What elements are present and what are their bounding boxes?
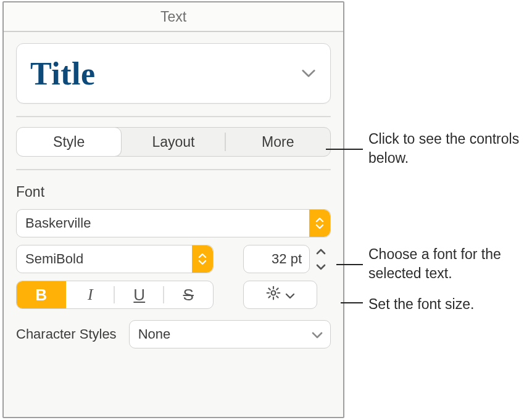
paragraph-style-picker[interactable]: Title xyxy=(16,43,331,104)
strike-glyph: S xyxy=(183,286,194,305)
stepper-up-button[interactable] xyxy=(312,245,330,258)
character-styles-value: None xyxy=(138,326,171,342)
gear-icon xyxy=(265,285,281,305)
font-weight-select[interactable]: SemiBold xyxy=(16,245,214,273)
stepper-down-button[interactable] xyxy=(312,260,330,273)
tab-label: Style xyxy=(53,134,85,150)
callout-font-family: Choose a font for the selected text. xyxy=(368,245,529,283)
callout-font-size: Set the font size. xyxy=(368,295,529,314)
bold-glyph: B xyxy=(35,286,47,305)
italic-button[interactable]: I xyxy=(66,281,115,308)
font-size-value: 32 pt xyxy=(272,251,302,267)
italic-glyph: I xyxy=(88,286,93,304)
tab-label: Layout xyxy=(152,134,194,150)
advanced-options-button[interactable] xyxy=(243,281,317,309)
strikethrough-button[interactable]: S xyxy=(164,281,214,308)
svg-line-6 xyxy=(276,296,278,297)
bold-button[interactable]: B xyxy=(17,281,66,308)
callout-leader-line xyxy=(336,264,363,265)
font-size-input[interactable]: 32 pt xyxy=(243,245,310,273)
callout-tabs: Click to see the controls below. xyxy=(368,130,523,168)
svg-line-8 xyxy=(276,288,278,289)
format-text-panel: Text Title Style Layout More Font Basker xyxy=(2,1,344,418)
svg-line-5 xyxy=(268,288,270,289)
updown-icon xyxy=(192,245,213,273)
text-format-segmented: B I U S xyxy=(16,281,214,309)
chevron-down-icon xyxy=(301,65,317,81)
font-section-label: Font xyxy=(16,184,331,200)
svg-line-7 xyxy=(268,296,270,297)
underline-button[interactable]: U xyxy=(115,281,164,308)
underline-glyph: U xyxy=(133,286,145,305)
font-family-value: Baskerville xyxy=(25,215,309,231)
panel-header: Text xyxy=(4,2,343,32)
panel-header-label: Text xyxy=(160,9,186,25)
font-family-select[interactable]: Baskerville xyxy=(16,209,331,237)
callout-leader-line xyxy=(326,149,363,150)
tab-layout[interactable]: Layout xyxy=(121,128,225,156)
chevron-down-icon xyxy=(285,287,295,303)
paragraph-style-name: Title xyxy=(30,56,96,92)
tab-more[interactable]: More xyxy=(226,128,330,156)
tab-style[interactable]: Style xyxy=(16,127,122,157)
character-styles-label: Character Styles xyxy=(16,326,117,342)
font-size-stepper xyxy=(312,245,330,273)
updown-icon xyxy=(309,210,330,237)
character-styles-select[interactable]: None xyxy=(129,320,331,348)
divider xyxy=(16,169,331,170)
font-weight-value: SemiBold xyxy=(25,251,192,267)
chevron-down-icon xyxy=(312,326,323,342)
font-size-control: 32 pt xyxy=(243,245,330,273)
divider xyxy=(16,116,331,117)
callout-leader-line xyxy=(341,302,363,303)
tab-label: More xyxy=(262,134,294,150)
svg-point-0 xyxy=(272,291,276,295)
format-tabs: Style Layout More xyxy=(16,127,331,157)
